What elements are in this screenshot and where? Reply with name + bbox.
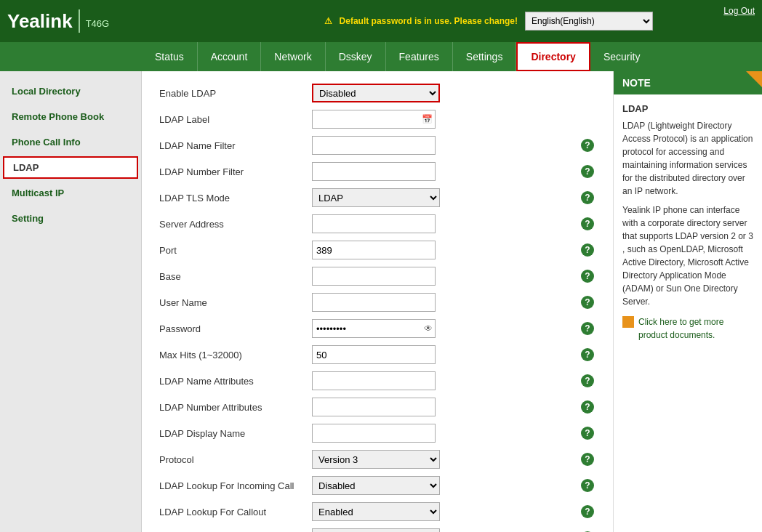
nav-dsskey[interactable]: Dsskey xyxy=(326,42,386,71)
form-row-ldap-name-filter: LDAP Name Filter ? xyxy=(156,132,598,158)
note-body: LDAP LDAP (Lightweight Directory Access … xyxy=(614,94,762,349)
calendar-icon: 📅 xyxy=(422,114,433,124)
eye-icon[interactable]: 👁 xyxy=(424,323,433,334)
input-password[interactable] xyxy=(312,319,436,338)
help-icon-name-filter[interactable]: ? xyxy=(581,139,594,152)
nav-security[interactable]: Security xyxy=(590,42,654,71)
help-cell-user-name: ? xyxy=(577,289,598,315)
help-icon-number-attributes[interactable]: ? xyxy=(581,400,594,414)
label-port: Port xyxy=(156,237,309,263)
help-icon-tls-mode[interactable]: ? xyxy=(581,191,594,204)
language-select[interactable]: English(English) Chinese(Simplified) xyxy=(525,12,653,31)
help-icon-max-hits[interactable]: ? xyxy=(581,348,594,361)
sidebar-item-local-directory[interactable]: Local Directory xyxy=(0,78,141,104)
input-ldap-display-name[interactable] xyxy=(312,424,436,443)
label-ldap-number-filter: LDAP Number Filter xyxy=(156,158,309,185)
warning-icon: ⚠ xyxy=(324,16,332,26)
help-icon-lookup-callout[interactable]: ? xyxy=(581,505,594,518)
input-cell-ldap-name-attributes xyxy=(309,368,577,394)
help-icon-number-filter[interactable]: ? xyxy=(581,165,594,178)
form-row-ldap-number-attributes: LDAP Number Attributes ? xyxy=(156,394,598,420)
help-cell-number-filter: ? xyxy=(577,158,598,185)
note-link[interactable]: Click here to get more product documents… xyxy=(622,315,753,342)
sidebar-item-remote-phone-book[interactable]: Remote Phone Book xyxy=(0,104,141,129)
nav-account[interactable]: Account xyxy=(198,42,262,71)
logout-button[interactable]: Log Out xyxy=(723,6,755,16)
main-layout: Local Directory Remote Phone Book Phone … xyxy=(0,71,762,532)
help-icon-protocol[interactable]: ? xyxy=(581,453,594,466)
select-ldap-tls-mode[interactable]: LDAP LDAP TLS LDAPS xyxy=(312,188,440,207)
note-corner-decoration xyxy=(746,71,762,87)
nav-features[interactable]: Features xyxy=(386,42,453,71)
help-cell-display-name: ? xyxy=(577,420,598,446)
input-ldap-name-filter[interactable] xyxy=(312,136,436,155)
input-cell-ldap-lookup-incoming: Disabled Enabled xyxy=(309,472,577,499)
form-row-ldap-lookup-callout: LDAP Lookup For Callout Disabled Enabled… xyxy=(156,499,598,525)
input-user-name[interactable] xyxy=(312,293,436,312)
sidebar-item-multicast-ip[interactable]: Multicast IP xyxy=(0,180,141,206)
input-cell-ldap-label: 📅 xyxy=(309,106,577,132)
input-base[interactable] xyxy=(312,267,436,286)
help-cell-sorting: ? xyxy=(577,525,598,532)
note-body-text2: Yealink IP phone can interface with a co… xyxy=(622,203,753,308)
input-ldap-number-attributes[interactable] xyxy=(312,398,436,416)
form-row-protocol: Protocol Version 3 Version 2 ? xyxy=(156,446,598,472)
help-icon-user-name[interactable]: ? xyxy=(581,296,594,309)
help-cell-protocol: ? xyxy=(577,446,598,472)
label-user-name: User Name xyxy=(156,289,309,315)
form-row-enable-ldap: Enable LDAP Disabled Enabled xyxy=(156,80,598,106)
label-ldap-label: LDAP Label xyxy=(156,106,309,132)
nav-directory[interactable]: Directory xyxy=(516,42,590,71)
input-ldap-label[interactable] xyxy=(312,110,436,129)
input-ldap-number-filter[interactable] xyxy=(312,162,436,181)
input-cell-max-hits xyxy=(309,342,577,368)
help-icon-lookup-incoming[interactable]: ? xyxy=(581,479,594,492)
label-ldap-name-attributes: LDAP Name Attributes xyxy=(156,368,309,394)
form-row-port: Port ? xyxy=(156,237,598,263)
note-header-text: NOTE xyxy=(622,77,651,89)
brand-logo: Yealink xyxy=(7,10,73,33)
help-icon-server-address[interactable]: ? xyxy=(581,217,594,230)
select-ldap-lookup-callout[interactable]: Disabled Enabled xyxy=(312,502,440,521)
input-server-address[interactable] xyxy=(312,214,436,233)
ldap-label-wrapper: 📅 xyxy=(312,110,436,129)
sidebar-item-setting[interactable]: Setting xyxy=(0,206,141,231)
input-cell-protocol: Version 3 Version 2 xyxy=(309,446,577,472)
sidebar: Local Directory Remote Phone Book Phone … xyxy=(0,71,142,532)
select-protocol[interactable]: Version 3 Version 2 xyxy=(312,450,440,469)
input-cell-ldap-tls-mode: LDAP LDAP TLS LDAPS xyxy=(309,185,577,211)
help-icon-display-name[interactable]: ? xyxy=(581,427,594,440)
input-max-hits[interactable] xyxy=(312,345,436,364)
label-server-address: Server Address xyxy=(156,211,309,237)
label-base: Base xyxy=(156,263,309,289)
help-icon-base[interactable]: ? xyxy=(581,270,594,283)
select-ldap-sorting[interactable]: Disabled Enabled xyxy=(312,528,440,532)
note-link-text: Click here to get more product documents… xyxy=(638,315,753,342)
nav-settings[interactable]: Settings xyxy=(453,42,517,71)
content-area: Enable LDAP Disabled Enabled LDAP Label xyxy=(142,71,613,532)
form-row-ldap-number-filter: LDAP Number Filter ? xyxy=(156,158,598,185)
help-icon-port[interactable]: ? xyxy=(581,243,594,257)
nav-network[interactable]: Network xyxy=(261,42,325,71)
note-body-text1: LDAP (Lightweight Directory Access Proto… xyxy=(622,119,753,198)
form-row-ldap-label: LDAP Label 📅 xyxy=(156,106,598,132)
input-cell-base xyxy=(309,263,577,289)
form-row-ldap-tls-mode: LDAP TLS Mode LDAP LDAP TLS LDAPS ? xyxy=(156,185,598,211)
input-cell-ldap-name-filter xyxy=(309,132,577,158)
input-port[interactable] xyxy=(312,241,436,259)
input-cell-enable-ldap: Disabled Enabled xyxy=(309,80,577,106)
help-cell-name-filter: ? xyxy=(577,132,598,158)
sidebar-item-ldap[interactable]: LDAP xyxy=(3,156,138,179)
select-enable-ldap[interactable]: Disabled Enabled xyxy=(312,84,440,102)
nav-bar: Status Account Network Dsskey Features S… xyxy=(0,42,762,71)
input-ldap-name-attributes[interactable] xyxy=(312,371,436,390)
help-icon-password[interactable]: ? xyxy=(581,322,594,335)
help-cell-base: ? xyxy=(577,263,598,289)
sidebar-item-phone-call-info[interactable]: Phone Call Info xyxy=(0,129,141,155)
note-link-icon xyxy=(622,316,634,328)
select-ldap-lookup-incoming[interactable]: Disabled Enabled xyxy=(312,476,440,495)
input-cell-ldap-number-filter xyxy=(309,158,577,185)
nav-status[interactable]: Status xyxy=(142,42,198,71)
help-icon-name-attributes[interactable]: ? xyxy=(581,374,594,387)
input-cell-port xyxy=(309,237,577,263)
